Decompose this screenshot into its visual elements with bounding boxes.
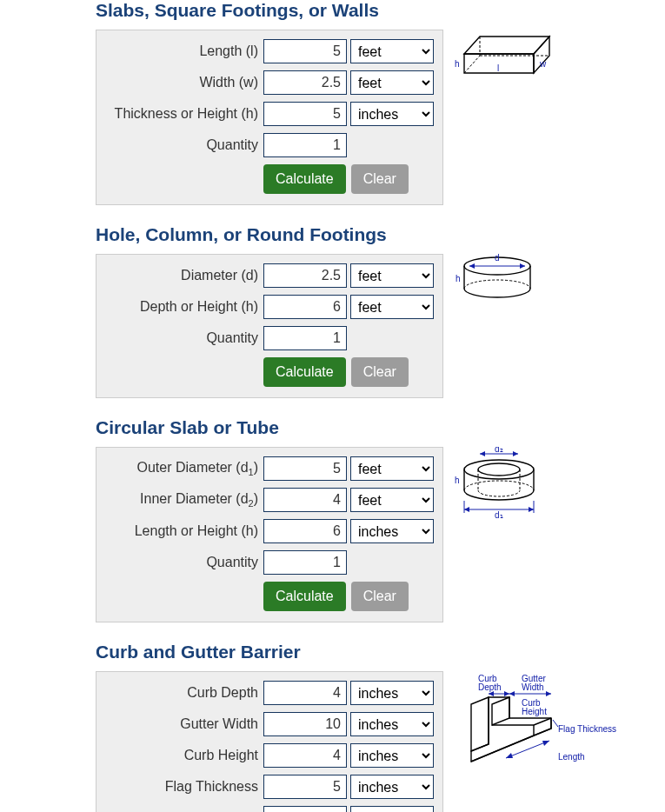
svg-text:Width: Width	[522, 682, 544, 692]
select-thickness-unit[interactable]: feetinches	[350, 102, 434, 126]
input-diameter[interactable]	[263, 263, 347, 288]
svg-text:w: w	[539, 59, 547, 69]
input-gutter-width[interactable]	[263, 712, 347, 736]
svg-point-22	[478, 463, 520, 476]
input-length[interactable]	[263, 806, 347, 812]
select-curb-height-unit[interactable]: feetinches	[350, 743, 434, 768]
input-depth[interactable]	[263, 295, 347, 319]
svg-text:d₁: d₁	[495, 510, 503, 520]
svg-text:Height: Height	[522, 707, 547, 716]
input-length[interactable]	[263, 39, 347, 63]
section-curb: Curb and Gutter Barrier Curb Depth feeti…	[96, 642, 665, 812]
select-length-unit[interactable]: feetinches	[350, 806, 434, 812]
label-gutter-width: Gutter Width	[105, 716, 263, 732]
panel-slab: Length (l) feetinches Width (w) feetinch…	[96, 30, 443, 205]
svg-marker-53	[542, 741, 549, 746]
heading-tube: Circular Slab or Tube	[96, 417, 665, 438]
clear-button[interactable]: Clear	[351, 164, 409, 194]
svg-marker-30	[529, 507, 534, 512]
select-width-unit[interactable]: feetinches	[350, 70, 434, 95]
input-outer-diameter[interactable]	[263, 456, 347, 481]
svg-marker-47	[546, 691, 551, 696]
svg-text:Depth: Depth	[478, 682, 502, 692]
label-quantity: Quantity	[105, 555, 263, 570]
label-curb-depth: Curb Depth	[105, 685, 263, 701]
select-length-unit[interactable]: feetinches	[350, 39, 434, 63]
panel-hole: Diameter (d) feetinches Depth or Height …	[96, 254, 443, 398]
section-hole: Hole, Column, or Round Footings Diameter…	[96, 224, 665, 398]
svg-line-3	[464, 56, 480, 73]
input-curb-depth[interactable]	[263, 681, 347, 705]
svg-text:h: h	[455, 476, 460, 485]
label-depth: Depth or Height (h)	[105, 299, 263, 315]
label-length: Length (l)	[105, 43, 263, 59]
input-quantity[interactable]	[263, 133, 347, 157]
diagram-curb: Curb Depth Gutter Width Curb Height Flag…	[454, 671, 638, 775]
svg-text:Flag Thickness: Flag Thickness	[558, 724, 616, 734]
input-curb-height[interactable]	[263, 743, 347, 768]
input-length[interactable]	[263, 519, 347, 543]
input-inner-diameter[interactable]	[263, 488, 347, 512]
select-outer-unit[interactable]: feetinches	[350, 456, 434, 481]
svg-line-51	[506, 741, 549, 758]
input-quantity[interactable]	[263, 326, 347, 350]
svg-marker-46	[509, 691, 515, 696]
label-quantity: Quantity	[105, 137, 263, 153]
label-inner-diameter: Inner Diameter (d2)	[105, 491, 263, 509]
svg-marker-44	[504, 691, 509, 696]
heading-slab: Slabs, Square Footings, or Walls	[96, 0, 665, 21]
label-width: Width (w)	[105, 75, 263, 90]
svg-text:h: h	[455, 59, 460, 69]
input-width[interactable]	[263, 70, 347, 95]
input-flag-thickness[interactable]	[263, 775, 347, 799]
svg-line-50	[553, 720, 558, 727]
calculate-button[interactable]: Calculate	[263, 164, 346, 194]
select-gutter-width-unit[interactable]: feetinches	[350, 712, 434, 736]
select-inner-unit[interactable]: feetinches	[350, 488, 434, 512]
input-quantity[interactable]	[263, 550, 347, 575]
svg-text:h: h	[456, 274, 461, 283]
select-depth-unit[interactable]: feetinches	[350, 295, 434, 319]
svg-marker-29	[464, 507, 469, 512]
label-length: Length or Height (h)	[105, 523, 263, 539]
svg-point-21	[464, 460, 534, 479]
input-thickness[interactable]	[263, 102, 347, 126]
label-flag-thickness: Flag Thickness	[105, 779, 263, 795]
label-thickness: Thickness or Height (h)	[105, 106, 263, 122]
svg-marker-19	[513, 451, 518, 456]
heading-curb: Curb and Gutter Barrier	[96, 642, 665, 662]
section-slab: Slabs, Square Footings, or Walls Length …	[96, 0, 665, 205]
clear-button[interactable]: Clear	[351, 582, 409, 611]
svg-text:d: d	[495, 254, 500, 263]
calculate-button[interactable]: Calculate	[263, 357, 346, 387]
label-curb-height: Curb Height	[105, 748, 263, 763]
svg-text:d₂: d₂	[495, 447, 503, 454]
svg-line-49	[534, 718, 551, 725]
svg-text:l: l	[497, 63, 499, 73]
label-outer-diameter: Outer Diameter (d1)	[105, 460, 263, 477]
diagram-slab: h l w	[454, 30, 556, 78]
diagram-tube: d₂ h d₁	[454, 447, 544, 522]
svg-marker-52	[506, 753, 513, 758]
select-curb-depth-unit[interactable]: feetinches	[350, 681, 434, 705]
panel-curb: Curb Depth feetinches Gutter Width feeti…	[96, 671, 443, 812]
diagram-hole: d h	[454, 254, 537, 304]
heading-hole: Hole, Column, or Round Footings	[96, 224, 665, 245]
svg-marker-18	[480, 451, 485, 456]
select-flag-thickness-unit[interactable]: feetinches	[350, 775, 434, 799]
label-diameter: Diameter (d)	[105, 268, 263, 283]
label-quantity: Quantity	[105, 330, 263, 346]
svg-marker-13	[469, 263, 475, 269]
clear-button[interactable]: Clear	[351, 357, 409, 387]
calculate-button[interactable]: Calculate	[263, 582, 346, 611]
panel-tube: Outer Diameter (d1) feetinches Inner Dia…	[96, 447, 443, 622]
section-tube: Circular Slab or Tube Outer Diameter (d1…	[96, 417, 665, 622]
select-diameter-unit[interactable]: feetinches	[350, 263, 434, 288]
svg-marker-14	[520, 263, 525, 269]
svg-text:Length: Length	[558, 752, 585, 762]
select-length-unit[interactable]: feetinches	[350, 519, 434, 543]
